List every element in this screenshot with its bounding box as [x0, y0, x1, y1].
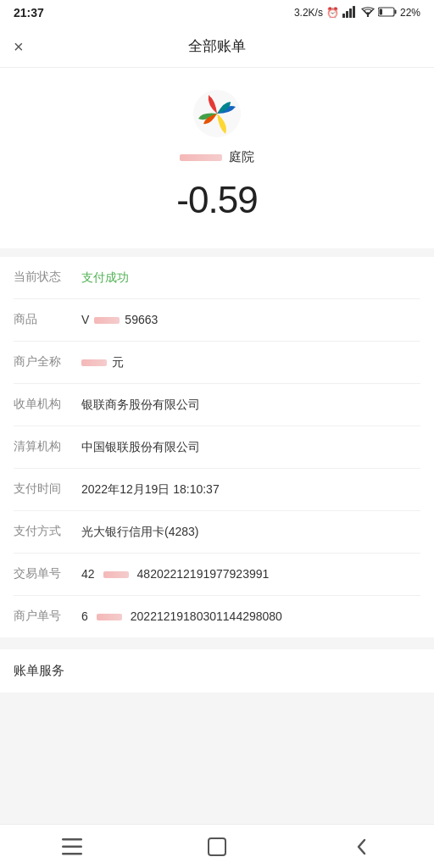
- label-clearing: 清算机构: [14, 438, 81, 454]
- svg-rect-1: [346, 11, 348, 18]
- value-product: V 59663: [81, 311, 420, 329]
- detail-row-merchant-full: 商户全称 元: [14, 342, 420, 384]
- network-speed: 3.2K/s: [294, 7, 323, 19]
- svg-rect-11: [62, 853, 82, 855]
- svg-point-4: [367, 14, 369, 16]
- label-acquirer: 收单机构: [14, 396, 81, 412]
- merchant-name-row: 庭院: [180, 149, 254, 165]
- hero-section: 庭院 -0.59: [0, 68, 434, 248]
- top-nav: × 全部账单: [0, 25, 434, 68]
- svg-rect-10: [62, 845, 82, 848]
- label-product: 商品: [14, 311, 81, 327]
- label-merchant-no: 商户单号: [14, 608, 81, 624]
- detail-row-product: 商品 V 59663: [14, 299, 420, 342]
- svg-rect-7: [379, 8, 382, 14]
- status-right: 3.2K/s ⏰ 22%: [294, 6, 420, 20]
- value-status: 支付成功: [81, 269, 420, 287]
- detail-row-clearing: 清算机构 中国银联股份有限公司: [14, 426, 420, 469]
- value-pay-time: 2022年12月19日 18:10:37: [81, 481, 420, 498]
- merchant-name-blur: [180, 154, 222, 161]
- merchant-logo: [192, 88, 242, 139]
- value-acquirer: 银联商务股份有限公司: [81, 396, 420, 414]
- svg-rect-12: [209, 838, 225, 855]
- value-merchant-no: 6 2022121918030114429808​0: [81, 608, 420, 626]
- detail-row-txn-no: 交易单号 42 48202212191977923991: [14, 554, 420, 596]
- alarm-icon: ⏰: [326, 7, 339, 19]
- status-bar: 21:37 3.2K/s ⏰: [0, 0, 434, 25]
- details-card: 当前状态 支付成功 商品 V 59663 商户全称 元 收单机构 银联商务股份有…: [0, 257, 434, 637]
- wifi-icon: [361, 7, 375, 19]
- service-bar: 账单服务: [0, 649, 434, 693]
- value-clearing: 中国银联股份有限公司: [81, 438, 420, 456]
- bottom-nav: [0, 824, 434, 868]
- merchant-name-suffix: 庭院: [229, 149, 254, 165]
- value-txn-no: 42 48202212191977923991: [81, 565, 420, 583]
- label-merchant-full: 商户全称: [14, 353, 81, 370]
- svg-rect-6: [394, 9, 396, 14]
- svg-rect-3: [353, 6, 355, 18]
- detail-row-pay-time: 支付时间 2022年12月19日 18:10:37: [14, 469, 420, 511]
- detail-row-status: 当前状态 支付成功: [14, 257, 420, 299]
- close-button[interactable]: ×: [14, 38, 24, 55]
- label-txn-no: 交易单号: [14, 565, 81, 581]
- detail-row-merchant-no: 商户单号 6 2022121918030114429808​0: [14, 596, 420, 637]
- label-status: 当前状态: [14, 269, 81, 285]
- time: 21:37: [14, 6, 44, 19]
- detail-row-acquirer: 收单机构 银联商务股份有限公司: [14, 384, 420, 426]
- transaction-amount: -0.59: [176, 179, 257, 221]
- value-pay-method: 光大银行信用卡(4283): [81, 523, 420, 541]
- detail-row-pay-method: 支付方式 光大银行信用卡(4283): [14, 511, 420, 554]
- battery-icon: [378, 7, 397, 19]
- svg-rect-9: [62, 838, 82, 841]
- home-button[interactable]: [192, 833, 242, 860]
- value-merchant-full: 元: [81, 353, 420, 371]
- svg-rect-0: [342, 14, 345, 18]
- page-title: 全部账单: [188, 36, 246, 56]
- menu-button[interactable]: [47, 833, 97, 860]
- back-button[interactable]: [337, 833, 387, 860]
- battery-percent: 22%: [400, 7, 420, 19]
- signal-icon: [342, 6, 358, 20]
- label-pay-method: 支付方式: [14, 523, 81, 539]
- service-title: 账单服务: [14, 663, 64, 677]
- label-pay-time: 支付时间: [14, 481, 81, 497]
- svg-rect-2: [349, 8, 352, 18]
